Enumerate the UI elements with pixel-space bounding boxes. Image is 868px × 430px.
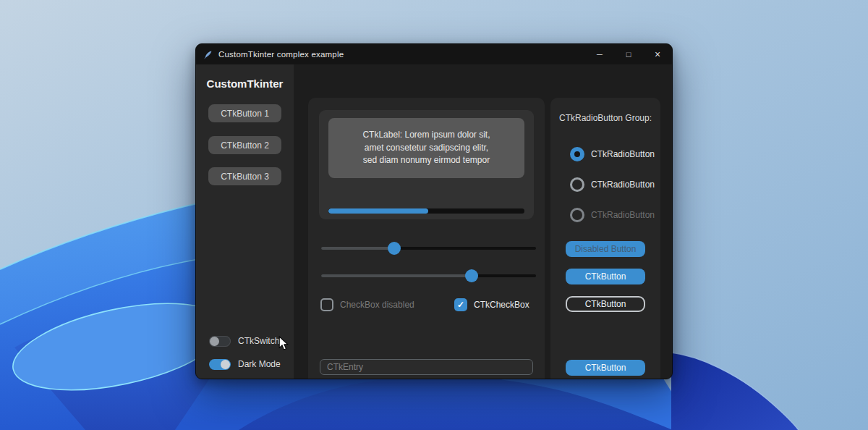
window-title: CustomTkinter complex example xyxy=(218,50,344,59)
checkbox-label: CTkCheckBox xyxy=(474,300,529,310)
radio-panel: CTkRadioButton Group: CTkRadioButton CTk… xyxy=(550,98,660,379)
radio-row-3[interactable]: CTkRadioButton xyxy=(570,208,655,222)
main-frame: CTkLabel: Lorem ipsum dolor sit, amet co… xyxy=(308,98,545,379)
progress-bar-fill xyxy=(328,208,428,214)
slider-knob[interactable] xyxy=(465,269,478,282)
slider-fill xyxy=(321,247,394,250)
checkbox-label: CheckBox disabled xyxy=(340,300,414,310)
app-window: CustomTkinter complex example ─ □ × Cust… xyxy=(195,43,673,379)
slider-knob[interactable] xyxy=(388,242,401,255)
window-controls: ─ □ × xyxy=(585,44,672,64)
ctk-checkbox[interactable]: ✓ xyxy=(454,298,467,311)
titlebar: CustomTkinter complex example ─ □ × xyxy=(196,44,672,64)
ctk-switch-row: CTkSwitch xyxy=(209,335,279,347)
radio-button-icon[interactable] xyxy=(570,208,584,222)
slider-track xyxy=(321,274,536,277)
radio-group-title: CTkRadioButton Group: xyxy=(550,98,660,123)
sidebar: CustomTkinter CTkButton 1 CTkButton 2 CT… xyxy=(196,64,294,379)
close-icon: × xyxy=(655,49,660,60)
sidebar-button-1[interactable]: CTkButton 1 xyxy=(208,104,281,122)
sidebar-title: CustomTkinter xyxy=(196,64,294,90)
close-button[interactable]: × xyxy=(643,44,672,64)
dark-mode-switch-row: Dark Mode xyxy=(209,358,281,370)
info-label: CTkLabel: Lorem ipsum dolor sit, amet co… xyxy=(328,118,524,178)
ctk-switch-toggle[interactable] xyxy=(209,336,231,347)
radio-row-2[interactable]: CTkRadioButton xyxy=(570,177,655,192)
window-content: CustomTkinter CTkButton 1 CTkButton 2 CT… xyxy=(196,64,672,379)
ctk-button-bottom[interactable]: CTkButton xyxy=(566,360,645,376)
slider-2[interactable] xyxy=(321,269,536,282)
radio-label: CTkRadioButton xyxy=(591,210,655,220)
disabled-button[interactable]: Disabled Button xyxy=(566,241,645,257)
check-icon: ✓ xyxy=(457,300,464,309)
radio-label: CTkRadioButton xyxy=(591,180,655,190)
mouse-cursor xyxy=(278,336,289,351)
minimize-button[interactable]: ─ xyxy=(585,44,614,64)
radio-button-icon[interactable] xyxy=(570,147,584,161)
switch-label: Dark Mode xyxy=(238,359,281,369)
sidebar-button-3[interactable]: CTkButton 3 xyxy=(208,167,281,185)
ctk-entry-input[interactable] xyxy=(320,359,533,375)
progress-bar xyxy=(328,208,524,214)
switch-label: CTkSwitch xyxy=(238,336,279,346)
checkbox-disabled[interactable]: ✓ xyxy=(320,298,333,311)
slider-track xyxy=(321,247,536,250)
feather-app-icon xyxy=(203,50,213,59)
minimize-icon: ─ xyxy=(597,50,603,59)
dark-mode-toggle[interactable] xyxy=(209,359,231,370)
slider-fill xyxy=(321,274,472,277)
radio-label: CTkRadioButton xyxy=(591,149,655,159)
info-frame: CTkLabel: Lorem ipsum dolor sit, amet co… xyxy=(319,110,534,219)
ctk-checkbox-row: ✓ CTkCheckBox xyxy=(454,298,529,312)
maximize-icon: □ xyxy=(626,50,631,59)
sidebar-button-2[interactable]: CTkButton 2 xyxy=(208,136,281,154)
radio-row-1[interactable]: CTkRadioButton xyxy=(570,147,655,161)
switch-knob xyxy=(210,337,219,346)
checkbox-disabled-row: ✓ CheckBox disabled xyxy=(320,298,414,312)
radio-button-icon[interactable] xyxy=(570,177,584,192)
ctk-button-primary[interactable]: CTkButton xyxy=(566,269,645,284)
slider-1[interactable] xyxy=(321,242,536,255)
maximize-button[interactable]: □ xyxy=(614,44,643,64)
switch-knob xyxy=(221,360,230,369)
ctk-button-outline[interactable]: CTkButton xyxy=(566,296,645,312)
